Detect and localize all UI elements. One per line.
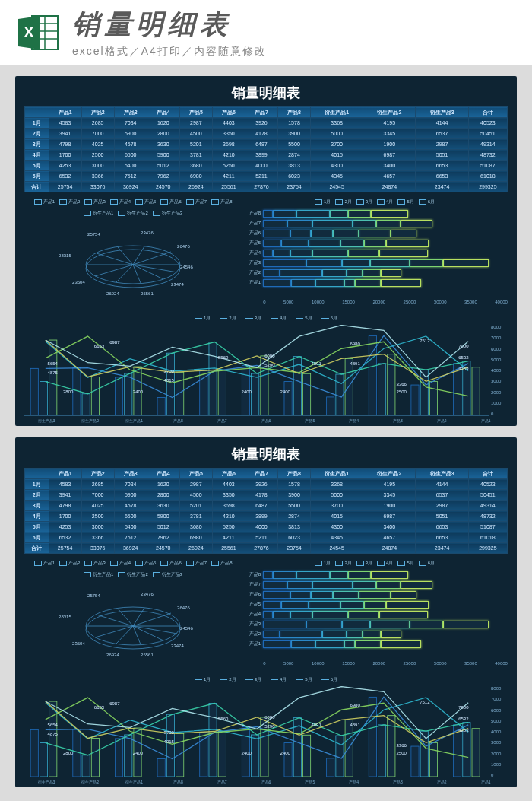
legend-item: 产品3 (84, 199, 105, 205)
pie-label: 26476 (177, 606, 190, 610)
chart-data-label: 7512 (420, 700, 429, 704)
svg-rect-80 (218, 732, 226, 777)
chart-data-label: 4875 (48, 370, 58, 375)
legend-item: 产品4 (110, 560, 131, 567)
table-header: 产品4 (147, 469, 179, 479)
legend-item: 3月 (245, 676, 261, 683)
svg-line-13 (97, 253, 133, 265)
hbar-x-axis: 0500010000150002000025000300003500040000 (263, 661, 508, 666)
svg-rect-95 (429, 742, 437, 777)
legend-item: 2月 (220, 315, 236, 322)
legend-item: 3月 (356, 199, 372, 205)
svg-rect-98 (472, 729, 480, 777)
pie-label: 26924 (106, 653, 119, 657)
chart-data-label: 2400 (242, 751, 252, 755)
svg-rect-30 (166, 353, 174, 415)
legend-item: 4月 (271, 676, 287, 683)
svg-rect-41 (327, 397, 334, 415)
pie-chart-area: 产品1产品2产品3产品4产品5产品6产品7产品8衍生产品1衍生产品2衍生产品3 … (24, 199, 242, 309)
pie-label: 24546 (180, 626, 193, 631)
page-title: 销量明细表 (72, 6, 517, 43)
chart-data-label: 4891 (350, 361, 359, 366)
legend-item: 4月 (377, 199, 393, 205)
stacked-hbar-chart: 产品8产品7产品6产品5产品4产品3产品2产品1 (242, 208, 508, 300)
pie-label: 25754 (87, 593, 100, 598)
hbar-row: 产品3 (242, 619, 508, 629)
svg-rect-87 (327, 758, 334, 777)
pie-label: 28315 (59, 253, 71, 258)
legend-item: 产品6 (160, 199, 181, 205)
table-header: 产品8 (277, 469, 310, 479)
svg-rect-72 (115, 739, 122, 777)
chart-data-label: 4015 (164, 378, 174, 383)
svg-line-64 (133, 626, 163, 640)
page-subtitle: excel格式／A4打印／内容随意修改 (72, 45, 517, 59)
table-header: 合计 (468, 469, 507, 479)
legend-item: 3月 (245, 315, 261, 322)
stacked-bar-area: 1月2月3月4月5月6月 产品8产品7产品6产品5产品4产品3产品2产品1 05… (242, 560, 508, 670)
table-row: 4月17002500650059003781421038992874401569… (25, 511, 508, 522)
table-row: 2月39417000590028004500335041783900500033… (25, 490, 508, 501)
hbar-row: 产品1 (242, 278, 508, 288)
svg-rect-84 (284, 743, 292, 777)
hbar-x-axis: 0500010000150002000025000300003500040000 (263, 300, 508, 304)
pie-chart-area: 产品1产品2产品3产品4产品5产品6产品7产品8衍生产品1衍生产品2衍生产品3 … (24, 560, 242, 670)
chart-data-label: 2500 (397, 751, 407, 755)
table-header: 衍生产品3 (416, 469, 468, 479)
table-row: 5月42533000540050123680525040003813430034… (25, 522, 508, 532)
legend-item: 产品5 (135, 199, 156, 205)
pie-label: 23604 (72, 280, 85, 284)
chart-data-label: 6000 (264, 715, 274, 720)
svg-rect-33 (209, 342, 217, 415)
legend-item: 衍生产品2 (118, 210, 147, 217)
legend-item: 1月 (315, 560, 331, 567)
chart-data-label: 3700 (164, 730, 174, 735)
table-header: 衍生产品3 (416, 107, 468, 118)
svg-rect-22 (49, 340, 57, 415)
chart-data-label: 3700 (164, 369, 174, 373)
svg-rect-75 (157, 759, 165, 777)
table-header: 产品2 (81, 469, 114, 479)
legend-item: 6月 (419, 560, 435, 567)
table-header: 产品5 (179, 107, 212, 118)
chart-data-label: 2400 (280, 751, 290, 755)
svg-rect-67 (40, 743, 47, 777)
chart-data-label: 4875 (48, 732, 58, 736)
pie-label: 25561 (141, 291, 154, 296)
dashboard-title: 销量明细表 (24, 445, 508, 463)
hbar-row: 产品3 (242, 258, 508, 268)
table-header: 产品3 (114, 107, 147, 118)
table-row: 1月45832685703416202987440339261578336841… (25, 479, 508, 490)
svg-line-56 (133, 613, 171, 626)
table-header: 衍生产品1 (311, 469, 363, 479)
pie-label: 26476 (177, 244, 190, 249)
svg-rect-49 (429, 381, 437, 415)
chart-data-label: 7512 (420, 339, 429, 343)
table-header: 产品7 (245, 469, 277, 479)
table-header: 产品5 (179, 469, 212, 479)
combo-legend: 1月2月3月4月5月6月 (24, 315, 508, 322)
svg-rect-52 (472, 367, 480, 415)
chart-data-label: 3366 (397, 382, 407, 386)
svg-rect-40 (302, 373, 310, 415)
svg-rect-36 (252, 373, 259, 415)
chart-data-label: 5290 (264, 363, 274, 367)
chart-data-label: 4253 (458, 367, 468, 371)
legend-item: 产品2 (59, 199, 80, 205)
legend-item: 1月 (195, 315, 211, 322)
page-header: X 销量明细表 excel格式／A4打印／内容随意修改 (0, 0, 532, 65)
dashboard-preview-1: 销量明细表 产品1产品2产品3产品4产品5产品6产品7产品8衍生产品1衍生产品2… (15, 76, 517, 426)
dashboard-title: 销量明细表 (24, 84, 508, 102)
table-header: 衍生产品2 (363, 107, 416, 118)
stacked-hbar-chart: 产品8产品7产品6产品5产品4产品3产品2产品1 (242, 570, 508, 661)
svg-rect-93 (411, 746, 419, 777)
svg-line-11 (133, 246, 144, 265)
chart-data-label: 4891 (350, 723, 359, 727)
chart-data-label: 7000 (458, 705, 468, 710)
svg-rect-79 (209, 704, 217, 777)
pie-label: 28315 (59, 615, 71, 619)
svg-rect-66 (30, 729, 38, 777)
svg-line-19 (133, 265, 177, 272)
legend-item: 衍生产品1 (84, 210, 113, 217)
table-row: 6月65323366751279626980421152116023434546… (25, 532, 508, 543)
